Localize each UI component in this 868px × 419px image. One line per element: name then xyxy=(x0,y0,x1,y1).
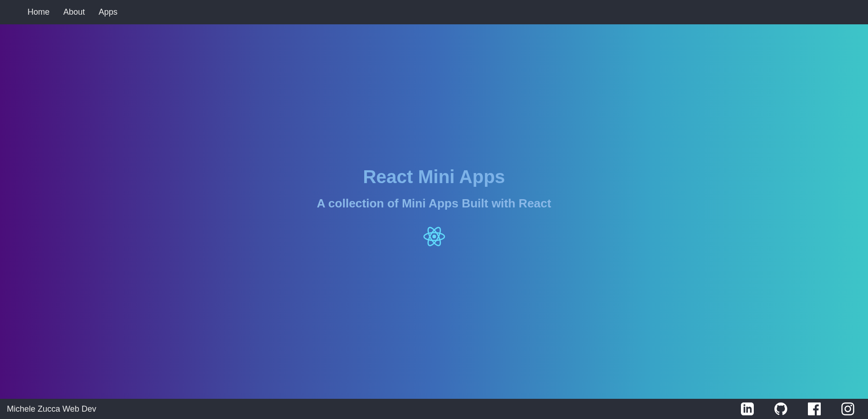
hero-section: React Mini Apps A collection of Mini App… xyxy=(0,24,868,399)
github-icon[interactable] xyxy=(774,402,787,415)
nav-home-link[interactable]: Home xyxy=(28,7,50,17)
svg-point-0 xyxy=(432,235,436,238)
hero-subtitle: A collection of Mini Apps Built with Rea… xyxy=(317,196,551,211)
navbar: Home About Apps xyxy=(0,0,868,24)
nav-apps-link[interactable]: Apps xyxy=(99,7,117,17)
footer: Michele Zucca Web Dev xyxy=(0,399,868,419)
social-icons xyxy=(741,402,861,415)
hero-title: React Mini Apps xyxy=(363,167,505,187)
facebook-icon[interactable] xyxy=(808,402,821,415)
instagram-icon[interactable] xyxy=(841,402,854,415)
react-logo-icon xyxy=(417,224,451,257)
linkedin-icon[interactable] xyxy=(741,402,754,415)
footer-text: Michele Zucca Web Dev xyxy=(7,404,96,414)
nav-about-link[interactable]: About xyxy=(63,7,85,17)
